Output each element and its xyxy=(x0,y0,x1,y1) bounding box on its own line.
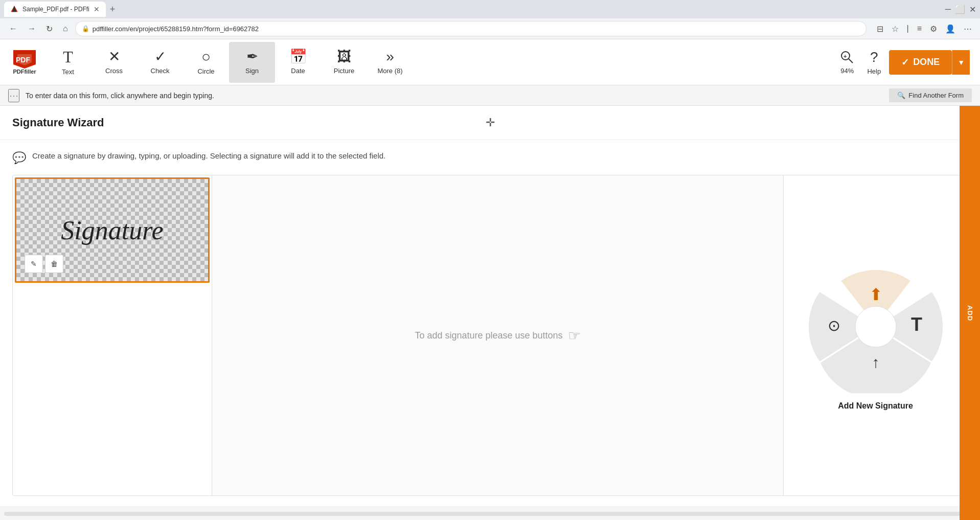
help-label: Help xyxy=(867,67,881,75)
draw-icon-svg: ↑ xyxy=(872,354,879,371)
picture-label: Picture xyxy=(334,67,354,75)
add-sig-text-label: To add signature please use buttons xyxy=(415,330,562,341)
bookmark-button[interactable]: ☆ xyxy=(890,22,901,36)
browser-tab[interactable]: Sample_PDF.pdf - PDFfi ✕ xyxy=(4,2,106,17)
browser-actions: ⊟ ☆ | ≡ ⚙ 👤 ⋯ xyxy=(875,22,974,36)
add-signature-area: To add signature please use buttons ☞ xyxy=(212,175,783,495)
signature-actions: ✎ 🗑 xyxy=(20,251,67,277)
right-panel[interactable]: ADD xyxy=(960,106,980,520)
pie-center xyxy=(855,306,896,347)
menu-button[interactable]: ⋯ xyxy=(962,22,974,36)
toolbar-item-date[interactable]: 📅 Date xyxy=(275,42,321,83)
new-tab-button[interactable]: + xyxy=(106,2,120,17)
logo-area[interactable]: PDF PDFfiller xyxy=(4,46,45,79)
delete-signature-button[interactable]: 🗑 xyxy=(45,255,63,273)
svg-text:PDF: PDF xyxy=(16,56,30,64)
tab-close-button[interactable]: ✕ xyxy=(94,5,100,13)
sign-label: Sign xyxy=(245,67,259,75)
toolbar-item-circle[interactable]: ○ Circle xyxy=(183,42,229,83)
modal-title: Signature Wizard xyxy=(12,116,104,129)
check-icon: ✓ xyxy=(154,50,166,64)
svg-line-6 xyxy=(849,59,853,63)
search-icon: 🔍 xyxy=(897,92,905,99)
signature-preview-text: Signature xyxy=(61,215,163,245)
circle-label: Circle xyxy=(197,67,214,75)
tab-favicon xyxy=(10,5,18,13)
scrollbar-track[interactable] xyxy=(4,512,976,516)
camera-icon-svg: ⊙ xyxy=(827,317,840,334)
modal-header: Signature Wizard ✛ ✕ xyxy=(0,106,980,140)
home-button[interactable]: ⌂ xyxy=(60,22,71,35)
zoom-button[interactable]: + 94% xyxy=(835,46,859,79)
toolbar-item-more[interactable]: » More (8) xyxy=(367,42,413,83)
lock-icon: 🔒 xyxy=(82,25,89,32)
forward-button[interactable]: → xyxy=(25,22,39,35)
add-new-signature-label: Add New Signature xyxy=(838,401,913,411)
chat-icon: 💬 xyxy=(12,151,26,165)
add-sig-placeholder: To add signature please use buttons ☞ xyxy=(415,327,580,344)
move-icon[interactable]: ✛ xyxy=(486,116,495,129)
text-label: Text xyxy=(62,68,74,76)
date-icon: 📅 xyxy=(289,50,307,64)
toolbar-item-sign[interactable]: ✒ Sign xyxy=(229,42,275,83)
trash-icon: 🗑 xyxy=(51,260,58,268)
add-panel-label: ADD xyxy=(966,305,974,321)
maximize-button[interactable]: ⬜ xyxy=(955,5,965,14)
help-button[interactable]: ? Help xyxy=(863,45,885,79)
text-icon: T xyxy=(63,49,73,65)
toolbar-item-check[interactable]: ✓ Check xyxy=(137,42,183,83)
cross-icon: ✕ xyxy=(108,50,120,64)
more-label: More (8) xyxy=(377,67,402,75)
browser-chrome: Sample_PDF.pdf - PDFfi ✕ + ─ ⬜ ✕ ← → ↻ ⌂… xyxy=(0,0,980,39)
close-window-button[interactable]: ✕ xyxy=(969,5,976,14)
more-icon: » xyxy=(386,50,394,64)
toolbar-items: T Text ✕ Cross ✓ Check ○ Circle ✒ Sign 📅… xyxy=(45,42,829,83)
address-bar[interactable]: 🔒 pdffiller.com/en/project/65288159.htm?… xyxy=(75,21,867,36)
signature-list: Signature ✎ 🗑 xyxy=(13,175,212,495)
check-label: Check xyxy=(151,67,170,75)
minimize-button[interactable]: ─ xyxy=(945,5,951,14)
edit-signature-button[interactable]: ✎ xyxy=(25,255,43,273)
pointer-icon: ☞ xyxy=(568,327,581,344)
signature-item[interactable]: Signature ✎ 🗑 xyxy=(15,177,210,283)
pdffiller-logo: PDF xyxy=(13,50,36,69)
split-view-button[interactable]: ⊟ xyxy=(875,22,885,36)
modal-body: 💬 Create a signature by drawing, typing,… xyxy=(0,140,980,506)
picture-icon: 🖼 xyxy=(337,50,351,64)
app-toolbar: PDF PDFfiller T Text ✕ Cross ✓ Check ○ C… xyxy=(0,39,980,85)
notification-bar: ⋯ To enter data on this form, click anyw… xyxy=(0,85,980,106)
help-icon: ? xyxy=(870,49,878,65)
modal-info: 💬 Create a signature by drawing, typing,… xyxy=(12,150,968,165)
done-button[interactable]: ✓ DONE xyxy=(889,50,952,75)
separator: | xyxy=(905,22,911,35)
title-bar: Sample_PDF.pdf - PDFfi ✕ + ─ ⬜ ✕ xyxy=(0,0,980,18)
cross-label: Cross xyxy=(105,67,123,75)
signature-wizard-modal: Signature Wizard ✛ ✕ 💬 Create a signatur… xyxy=(0,106,980,520)
svg-text:+: + xyxy=(844,53,847,59)
sign-icon: ✒ xyxy=(246,50,258,64)
logo-text: PDFfiller xyxy=(13,69,36,75)
modal-info-text: Create a signature by drawing, typing, o… xyxy=(32,150,385,161)
pie-menu-container: ⬆ T ⊙ ↑ Add New Signature xyxy=(783,175,967,495)
done-check-icon: ✓ xyxy=(901,57,909,68)
pie-menu-svg: ⬆ T ⊙ ↑ xyxy=(794,260,958,393)
toolbar-item-picture[interactable]: 🖼 Picture xyxy=(321,42,367,83)
circle-icon: ○ xyxy=(201,49,211,64)
toolbar-item-cross[interactable]: ✕ Cross xyxy=(91,42,137,83)
type-icon-svg: T xyxy=(911,314,922,335)
browser-controls: ← → ↻ ⌂ 🔒 pdffiller.com/en/project/65288… xyxy=(0,18,980,39)
edit-icon: ✎ xyxy=(31,260,37,268)
notification-expand-button[interactable]: ⋯ xyxy=(8,89,19,102)
back-button[interactable]: ← xyxy=(6,22,20,35)
extensions-button[interactable]: ⚙ xyxy=(928,22,939,36)
profile-button[interactable]: 👤 xyxy=(943,22,958,36)
toolbar-item-text[interactable]: T Text xyxy=(45,42,91,83)
collections-button[interactable]: ≡ xyxy=(915,22,924,35)
reload-button[interactable]: ↻ xyxy=(43,22,56,36)
zoom-label: 94% xyxy=(840,67,854,75)
done-dropdown-button[interactable]: ▼ xyxy=(952,50,970,75)
zoom-icon: + xyxy=(839,50,855,65)
notification-text: To enter data on this form, click anywhe… xyxy=(26,92,883,100)
date-label: Date xyxy=(291,67,305,75)
find-another-form-button[interactable]: 🔍 Find Another Form xyxy=(889,88,972,102)
